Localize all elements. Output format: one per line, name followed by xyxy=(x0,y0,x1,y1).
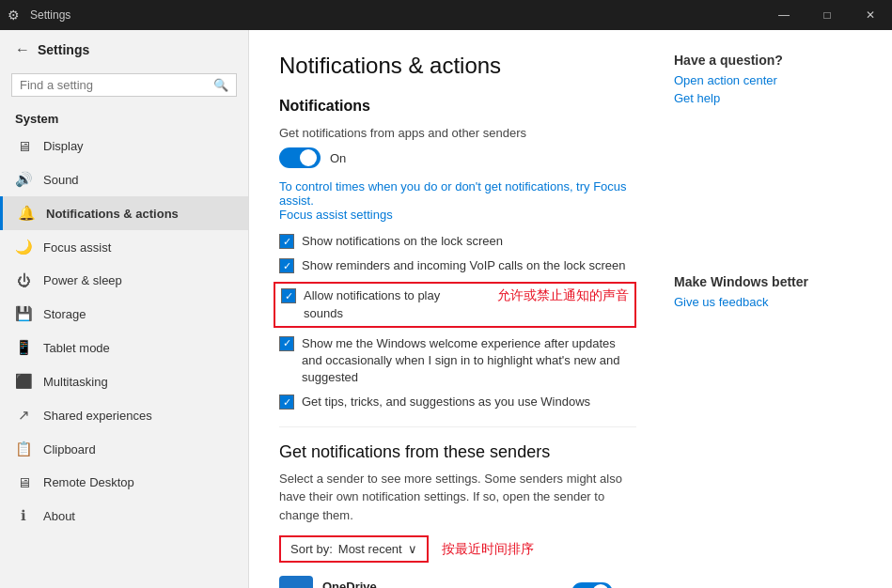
checkmark-icon: ✓ xyxy=(283,396,291,409)
sidebar-item-label-shared: Shared experiences xyxy=(43,409,152,423)
sound-icon: 🔊 xyxy=(15,171,32,188)
close-button[interactable]: ✕ xyxy=(849,0,892,30)
checkmark-icon: ✓ xyxy=(283,337,291,349)
sort-label: Sort by: xyxy=(290,542,333,556)
sidebar-item-shared[interactable]: ↗ Shared experiences xyxy=(0,398,248,432)
get-help-link[interactable]: Get help xyxy=(674,91,862,105)
sidebar-item-tablet[interactable]: 📱 Tablet mode xyxy=(0,331,248,364)
storage-icon: 💾 xyxy=(15,305,32,322)
sort-row: Sort by: Most recent ∨ 按最近时间排序 xyxy=(279,535,636,563)
sidebar-item-label-multitasking: Multitasking xyxy=(43,375,108,389)
search-box[interactable]: 🔍 xyxy=(11,73,237,97)
back-icon[interactable]: ← xyxy=(15,41,30,58)
checkbox-lock-screen-label: Show notifications on the lock screen xyxy=(302,233,503,250)
minimize-button[interactable]: — xyxy=(762,0,806,30)
sidebar-item-multitasking[interactable]: ⬛ Multitasking xyxy=(0,364,248,398)
onedrive-toggle[interactable] xyxy=(571,582,613,588)
power-icon: ⏻ xyxy=(15,272,32,288)
focus-hint-text: To control times when you do or don't ge… xyxy=(279,179,627,208)
multitasking-icon: ⬛ xyxy=(15,373,32,390)
checkbox-voip: ✓ Show reminders and incoming VoIP calls… xyxy=(279,257,636,274)
checkbox-sounds-label: Allow notifications to play sounds xyxy=(304,287,471,321)
sidebar-item-display[interactable]: 🖥 Display xyxy=(0,130,248,162)
checkmark-icon: ✓ xyxy=(283,236,291,248)
sidebar-item-label-display: Display xyxy=(43,139,84,153)
sidebar-item-storage[interactable]: 💾 Storage xyxy=(0,297,248,331)
search-input[interactable] xyxy=(20,78,208,92)
sidebar-header[interactable]: ← Settings xyxy=(0,30,248,70)
checkbox-lock-screen-input[interactable]: ✓ xyxy=(279,234,294,249)
sidebar-item-about[interactable]: ℹ About xyxy=(0,499,248,533)
checkbox-welcome: ✓ Show me the Windows welcome experience… xyxy=(279,335,636,387)
sidebar-item-label-storage: Storage xyxy=(43,307,86,321)
shared-icon: ↗ xyxy=(15,407,32,424)
checkbox-welcome-input[interactable]: ✓ xyxy=(279,336,294,351)
open-action-center-link[interactable]: Open action center xyxy=(674,73,862,87)
display-icon: 🖥 xyxy=(15,138,32,154)
onedrive-name: OneDrive xyxy=(322,580,562,589)
sort-dropdown[interactable]: Sort by: Most recent ∨ xyxy=(279,535,429,563)
main-content-area: Notifications & actions Notifications Ge… xyxy=(249,30,892,588)
sidebar-item-sound[interactable]: 🔊 Sound xyxy=(0,162,248,196)
sidebar-item-clipboard[interactable]: 📋 Clipboard xyxy=(0,432,248,466)
sidebar-item-label-notifications: Notifications & actions xyxy=(46,207,179,221)
system-section-label: System xyxy=(0,104,248,130)
sidebar-item-focus[interactable]: 🌙 Focus assist xyxy=(0,230,248,264)
sender-onedrive: ☁ OneDrive On: Banners, Sounds On xyxy=(279,576,636,588)
get-notifications-desc: Get notifications from apps and other se… xyxy=(279,126,636,140)
sidebar-item-label-sound: Sound xyxy=(43,173,79,187)
sidebar-item-label-tablet: Tablet mode xyxy=(43,341,110,355)
checkbox-sounds-input[interactable]: ✓ xyxy=(281,288,296,303)
main-content: Notifications & actions Notifications Ge… xyxy=(279,53,636,565)
sidebar-item-remote[interactable]: 🖥 Remote Desktop xyxy=(0,466,248,499)
sort-value: Most recent xyxy=(338,542,402,556)
section-separator xyxy=(279,426,636,427)
onedrive-cloud-icon: ☁ xyxy=(288,582,305,588)
settings-titlebar-icon: ⚙ xyxy=(8,8,23,23)
sidebar-item-label-about: About xyxy=(43,509,75,523)
checkbox-tips-input[interactable]: ✓ xyxy=(279,395,294,410)
titlebar: ⚙ Settings — □ ✕ xyxy=(0,0,892,30)
onedrive-toggle-thumb xyxy=(592,584,609,588)
app-title: Settings xyxy=(38,42,89,57)
checkmark-icon: ✓ xyxy=(285,290,293,302)
have-question-title: Have a question? xyxy=(674,53,862,68)
checkbox-voip-input[interactable]: ✓ xyxy=(279,258,294,273)
sidebar-item-label-clipboard: Clipboard xyxy=(43,442,96,456)
sidebar-item-notifications[interactable]: 🔔 Notifications & actions xyxy=(0,196,248,230)
search-icon: 🔍 xyxy=(213,78,228,92)
about-icon: ℹ xyxy=(15,507,32,524)
checkboxes-container: ✓ Show notifications on the lock screen … xyxy=(279,233,636,411)
senders-desc: Select a sender to see more settings. So… xyxy=(279,470,636,525)
sidebar-item-label-power: Power & sleep xyxy=(43,273,122,287)
sidebar-item-label-remote: Remote Desktop xyxy=(43,475,134,489)
notifications-icon: 🔔 xyxy=(18,205,35,222)
titlebar-controls: — □ ✕ xyxy=(762,0,892,30)
chevron-down-icon: ∨ xyxy=(408,542,417,556)
onedrive-icon: ☁ xyxy=(279,576,313,588)
sidebar: ← Settings 🔍 System 🖥 Display 🔊 Sound 🔔 … xyxy=(0,30,249,588)
remote-icon: 🖥 xyxy=(15,474,32,490)
checkbox-lock-screen: ✓ Show notifications on the lock screen xyxy=(279,233,636,250)
maximize-button[interactable]: □ xyxy=(806,0,849,30)
notifications-section-title: Notifications xyxy=(279,98,636,115)
notifications-toggle[interactable] xyxy=(279,147,321,168)
onedrive-toggle-row: On xyxy=(571,582,636,588)
sidebar-item-power[interactable]: ⏻ Power & sleep xyxy=(0,264,248,297)
clipboard-icon: 📋 xyxy=(15,441,32,457)
notifications-toggle-row: On xyxy=(279,147,636,168)
give-feedback-link[interactable]: Give us feedback xyxy=(674,295,862,309)
sort-annotation: 按最近时间排序 xyxy=(442,541,534,558)
checkbox-voip-label: Show reminders and incoming VoIP calls o… xyxy=(302,257,625,274)
sidebar-item-label-focus: Focus assist xyxy=(43,240,111,255)
checkbox-sounds: ✓ Allow notifications to play sounds 允许或… xyxy=(274,282,636,327)
right-sidebar: Have a question? Open action center Get … xyxy=(674,53,862,565)
focus-assist-link[interactable]: Focus assist settings xyxy=(279,208,393,222)
tablet-icon: 📱 xyxy=(15,339,32,356)
focus-icon: 🌙 xyxy=(15,239,32,255)
checkbox-tips-label: Get tips, tricks, and suggestions as you… xyxy=(302,394,590,410)
toggle-label: On xyxy=(330,151,346,165)
checkmark-icon: ✓ xyxy=(283,260,291,272)
senders-section-title: Get notifications from these senders xyxy=(279,442,636,462)
focus-hint: To control times when you do or don't ge… xyxy=(279,179,636,222)
